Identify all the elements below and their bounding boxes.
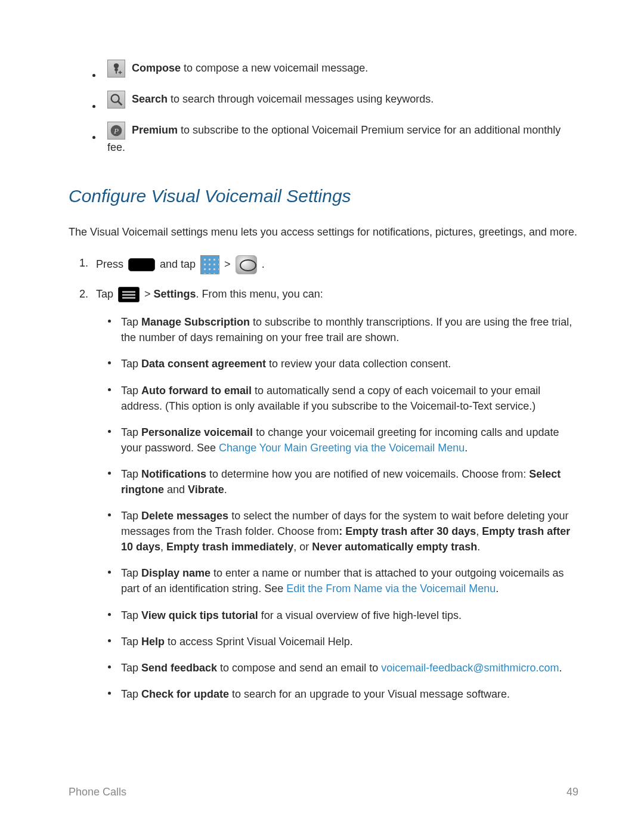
- list-item: Tap Delete messages to select the number…: [108, 508, 578, 555]
- t: .: [477, 541, 480, 553]
- footer-section: Phone Calls: [69, 784, 126, 800]
- apps-grid-icon: [200, 255, 219, 274]
- list-item: Tap Notifications to determine how you a…: [108, 466, 578, 497]
- t: for a visual overview of five high-level…: [258, 609, 462, 621]
- list-item: Search to search through voicemail messa…: [92, 91, 578, 109]
- intro-paragraph: The Visual Voicemail settings menu lets …: [69, 224, 578, 240]
- t: .: [465, 442, 467, 454]
- settings-sublist: Tap Manage Subscription to subscribe to …: [108, 314, 578, 702]
- step-text: Press: [96, 258, 126, 270]
- step-item: Press and tap > .: [79, 255, 578, 274]
- list-item: Tap Display name to enter a name or numb…: [108, 565, 578, 596]
- link-displayname[interactable]: Edit the From Name via the Voicemail Men…: [286, 583, 496, 594]
- section-heading: Configure Visual Voicemail Settings: [69, 182, 578, 209]
- list-item: Tap Personalize voicemail to change your…: [108, 425, 578, 456]
- voicemail-icon: [236, 255, 257, 274]
- t: Tap: [121, 662, 141, 674]
- t: to determine how you are notified of new…: [206, 468, 529, 480]
- compose-icon: [107, 60, 125, 78]
- t: .: [559, 662, 562, 674]
- list-item: P Premium to subscribe to the optional V…: [92, 122, 578, 156]
- menu-icon: [118, 287, 140, 302]
- t: Tap: [121, 636, 141, 648]
- item-text: to search through voicemail messages usi…: [168, 93, 434, 105]
- t: Tap: [121, 385, 141, 397]
- list-item: Tap Send feedback to compose and send an…: [108, 660, 578, 676]
- link-feedback-email[interactable]: voicemail-feedback@smithmicro.com: [381, 662, 559, 674]
- list-item: Tap Check for update to search for an up…: [108, 686, 578, 702]
- b: Never automatically empty trash: [312, 541, 477, 553]
- t: and: [164, 484, 188, 496]
- premium-icon: P: [107, 122, 125, 140]
- b: Data consent agreement: [141, 358, 266, 370]
- t: ,: [160, 541, 166, 553]
- b: Empty trash immediately: [166, 541, 293, 553]
- list-item: Tap Help to access Sprint Visual Voicema…: [108, 634, 578, 649]
- page-footer: Phone Calls 49: [69, 784, 578, 800]
- item-text: to compose a new voicemail message.: [181, 62, 368, 74]
- step-text: and tap: [160, 258, 199, 270]
- step-item: Tap > Settings. From this menu, you can:…: [79, 286, 578, 702]
- t: Tap: [121, 609, 141, 621]
- item-bold: Search: [132, 93, 168, 105]
- b: Display name: [141, 567, 210, 579]
- b: Check for update: [141, 688, 229, 700]
- t: Tap: [121, 358, 141, 370]
- t: Tap: [121, 468, 141, 480]
- svg-rect-2: [116, 72, 117, 74]
- svg-text:P: P: [113, 126, 119, 135]
- list-item: Compose to compose a new voicemail messa…: [92, 60, 578, 78]
- b: Delete messages: [141, 510, 228, 522]
- step-text: >: [144, 288, 154, 300]
- t: to search for an upgrade to your Visual …: [229, 688, 510, 700]
- step-text: Tap: [96, 288, 116, 300]
- svg-point-3: [112, 95, 119, 103]
- link-greeting[interactable]: Change Your Main Greeting via the Voicem…: [219, 442, 465, 454]
- list-item: Tap View quick tips tutorial for a visua…: [108, 608, 578, 623]
- item-bold: Premium: [132, 124, 178, 136]
- item-bold: Compose: [132, 62, 181, 74]
- t: Tap: [121, 426, 141, 438]
- t: Tap: [121, 688, 141, 700]
- svg-point-0: [114, 63, 119, 68]
- step-bold: Settings: [154, 288, 196, 300]
- step-text: .: [262, 258, 265, 270]
- b: Personalize voicemail: [141, 426, 253, 438]
- svg-rect-1: [114, 68, 118, 72]
- t: to compose and send an email to: [217, 662, 381, 674]
- search-icon: [107, 91, 125, 109]
- list-item: Tap Auto forward to email to automatical…: [108, 383, 578, 414]
- b: Auto forward to email: [141, 385, 252, 397]
- home-button-icon: [128, 258, 155, 271]
- t: Tap: [121, 510, 141, 522]
- step-text: . From this menu, you can:: [196, 288, 323, 300]
- b: Help: [141, 636, 165, 648]
- t: Tap: [121, 316, 141, 328]
- svg-line-4: [118, 101, 122, 106]
- top-icon-list: Compose to compose a new voicemail messa…: [92, 60, 578, 156]
- t: to access Sprint Visual Voicemail Help.: [165, 636, 353, 648]
- document-page: Compose to compose a new voicemail messa…: [0, 0, 644, 702]
- footer-page-number: 49: [566, 784, 578, 800]
- t: Tap: [121, 567, 141, 579]
- t: , or: [293, 541, 312, 553]
- b: Send feedback: [141, 662, 217, 674]
- b: View quick tips tutorial: [141, 609, 258, 621]
- list-item: Tap Manage Subscription to subscribe to …: [108, 314, 578, 345]
- b: Notifications: [141, 468, 206, 480]
- b: Vibrate: [188, 484, 224, 496]
- step-text: >: [224, 258, 234, 270]
- t: .: [224, 484, 227, 496]
- steps-list: Press and tap > . Tap > Settings. From t…: [79, 255, 578, 702]
- list-item: Tap Data consent agreement to review you…: [108, 356, 578, 371]
- b: Manage Subscription: [141, 316, 250, 328]
- t: to review your data collection consent.: [266, 358, 451, 370]
- b: : Empty trash after 30 days: [339, 525, 476, 537]
- t: ,: [476, 525, 482, 537]
- t: .: [496, 583, 499, 594]
